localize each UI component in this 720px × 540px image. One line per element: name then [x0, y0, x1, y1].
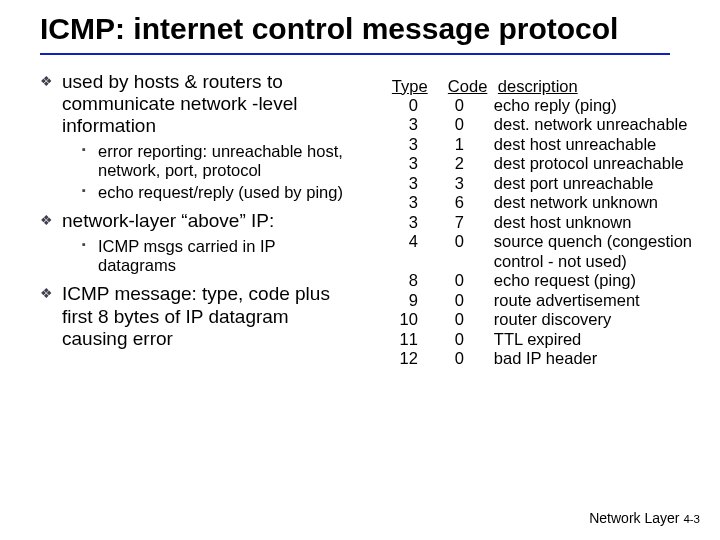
cell-desc: dest. network unreachable: [478, 115, 688, 134]
list-item: used by hosts & routers to communicate n…: [40, 71, 356, 203]
table-row: 31dest host unreachable: [374, 135, 692, 154]
table-row: 37dest host unknown: [374, 213, 692, 232]
cell-type: 3: [374, 135, 430, 154]
page-number: 4-3: [683, 513, 700, 525]
table-row: 110 TTL expired: [374, 330, 692, 349]
cell-desc: bad IP header: [478, 349, 597, 368]
cell-type: 9: [374, 291, 430, 310]
table-row: 32dest protocol unreachable: [374, 154, 692, 173]
bullet-list-level2: ICMP msgs carried in IP datagrams: [62, 237, 356, 276]
table-row: 00echo reply (ping): [374, 96, 692, 115]
table-row: 80echo request (ping): [374, 271, 692, 290]
list-item: echo request/reply (used by ping): [82, 183, 356, 202]
cell-code: 0: [430, 310, 478, 329]
cell-code: 0: [430, 115, 478, 134]
slide: ICMP: internet control message protocol …: [0, 0, 720, 540]
cell-type: 4: [374, 232, 430, 251]
cell-desc: control - not used): [478, 252, 627, 271]
cell-desc: router discovery: [478, 310, 611, 329]
cell-code: 0: [430, 330, 478, 349]
cell-type: 10: [374, 310, 430, 329]
cell-type: 11: [374, 330, 430, 349]
cell-code: [430, 252, 478, 271]
cell-type: [374, 252, 430, 271]
table-row: 36dest network unknown: [374, 193, 692, 212]
title-underline: [40, 53, 670, 55]
cell-type: 8: [374, 271, 430, 290]
cell-desc: TTL expired: [478, 330, 581, 349]
footer-label: Network Layer: [589, 510, 679, 526]
list-item: network-layer “above” IP: ICMP msgs carr…: [40, 210, 356, 275]
cell-desc: route advertisement: [478, 291, 640, 310]
cell-type: 12: [374, 349, 430, 368]
cell-desc: dest host unknown: [478, 213, 632, 232]
cell-desc: dest port unreachable: [478, 174, 654, 193]
cell-code: 0: [430, 232, 478, 251]
footer: Network Layer 4-3: [589, 510, 700, 526]
list-item-text: used by hosts & routers to communicate n…: [62, 71, 297, 137]
right-column: Type Code description 00echo reply (ping…: [374, 71, 692, 369]
cell-code: 0: [430, 271, 478, 290]
cell-desc: dest host unreachable: [478, 135, 656, 154]
cell-desc: dest protocol unreachable: [478, 154, 684, 173]
list-item: error reporting: unreachable host, netwo…: [82, 142, 356, 181]
cell-code: 0: [430, 96, 478, 115]
cell-code: 1: [430, 135, 478, 154]
header-code: Code: [448, 77, 498, 96]
list-item-text: ICMP message: type, code plus first 8 by…: [62, 283, 330, 349]
cell-code: 7: [430, 213, 478, 232]
cell-desc: dest network unknown: [478, 193, 658, 212]
cell-code: 0: [430, 349, 478, 368]
bullet-list-level1: used by hosts & routers to communicate n…: [40, 71, 356, 351]
cell-type: 3: [374, 193, 430, 212]
cell-type: 3: [374, 115, 430, 134]
table-row: 90route advertisement: [374, 291, 692, 310]
list-item-text: echo request/reply (used by ping): [98, 183, 343, 201]
table-row: 100 router discovery: [374, 310, 692, 329]
table-row: 120 bad IP header: [374, 349, 692, 368]
cell-type: 3: [374, 154, 430, 173]
table-row: 33dest port unreachable: [374, 174, 692, 193]
header-desc: description: [498, 77, 578, 96]
list-item-text: network-layer “above” IP:: [62, 210, 274, 231]
header-type: Type: [374, 77, 448, 96]
table-row: 30dest. network unreachable: [374, 115, 692, 134]
cell-desc: echo request (ping): [478, 271, 636, 290]
table-header: Type Code description: [374, 77, 692, 96]
list-item-text: ICMP msgs carried in IP datagrams: [98, 237, 275, 274]
slide-title: ICMP: internet control message protocol: [40, 12, 692, 47]
list-item: ICMP msgs carried in IP datagrams: [82, 237, 356, 276]
list-item: ICMP message: type, code plus first 8 by…: [40, 283, 356, 350]
cell-type: 3: [374, 213, 430, 232]
table-row: 40source quench (congestion: [374, 232, 692, 251]
cell-type: 0: [374, 96, 430, 115]
cell-desc: source quench (congestion: [478, 232, 692, 251]
list-item-text: error reporting: unreachable host, netwo…: [98, 142, 343, 179]
cell-code: 0: [430, 291, 478, 310]
cell-desc: echo reply (ping): [478, 96, 617, 115]
cell-type: 3: [374, 174, 430, 193]
table-row: control - not used): [374, 252, 692, 271]
cell-code: 6: [430, 193, 478, 212]
cell-code: 3: [430, 174, 478, 193]
left-column: used by hosts & routers to communicate n…: [40, 71, 356, 369]
bullet-list-level2: error reporting: unreachable host, netwo…: [62, 142, 356, 202]
cell-code: 2: [430, 154, 478, 173]
slide-body: used by hosts & routers to communicate n…: [40, 71, 692, 369]
